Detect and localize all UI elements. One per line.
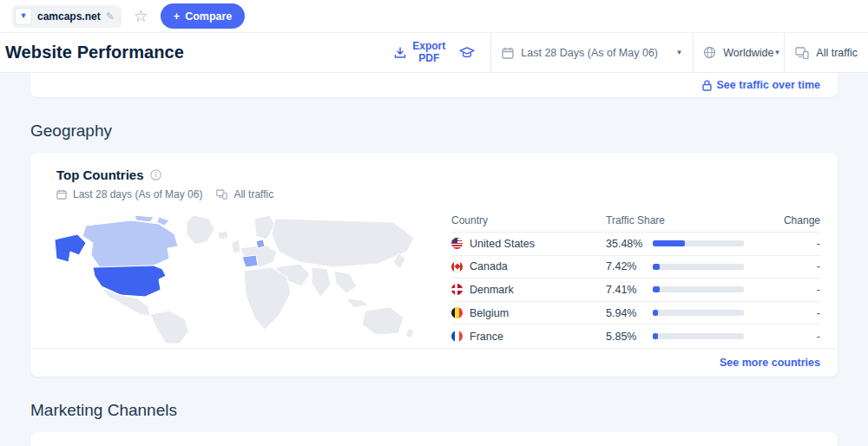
map-greenland [187,215,214,245]
table-row[interactable]: Belgium5.94%- [451,302,820,325]
map-france-belgium [242,255,258,267]
export-pdf-button[interactable]: Export PDF [394,41,445,65]
see-more-countries-link[interactable]: See more countries [720,357,820,369]
change-cell: - [768,331,820,343]
date-range-selector[interactable]: Last 28 Days (As of May 06) ▼ [491,33,693,72]
date-range-value: Last 28 Days (As of May 06) [521,47,658,59]
map-asia [272,219,414,267]
topbar: ▼ camcaps.net ✎ ☆ + Compare [0,0,868,33]
region-selector[interactable]: Worldwide ▼ [694,33,784,72]
country-name: United States [470,238,535,250]
country-cell: Denmark [451,284,606,296]
country-cell: United States [451,238,606,250]
domain-pill[interactable]: ▼ camcaps.net ✎ [12,5,122,28]
column-header-change: Change [768,214,820,226]
map-usa [93,266,166,297]
world-map[interactable] [30,208,451,348]
traffic-share-cell: 35.48% [606,238,768,250]
map-australia [362,307,404,335]
country-cell: Belgium [451,307,606,319]
traffic-teaser-card: See traffic over time [30,73,838,97]
site-favicon-icon: ▼ [15,8,32,25]
top-countries-title: Top Countries [56,167,144,182]
country-cell: Canada [451,260,606,272]
country-name: France [470,331,503,343]
top-countries-card: Top Countries Last 28 days (As of May 06… [30,153,838,377]
map-se-asia [334,271,357,293]
countries-table-body: United States35.48%-Canada7.42%-Denmark7… [451,233,820,348]
flag-fr-icon [451,331,463,342]
countries-table: Country Traffic Share Change United Stat… [451,208,820,348]
top-countries-card-header: Top Countries Last 28 days (As of May 06… [30,153,838,208]
share-bar-fill [653,240,685,246]
column-header-country: Country [451,214,606,226]
countries-table-header: Country Traffic Share Change [451,208,820,233]
map-denmark [256,239,265,248]
header-controls: Export PDF Last 28 Days (As of May 06) ▼ [394,33,868,72]
traffic-share-cell: 5.94% [606,307,768,319]
table-row[interactable]: Denmark7.41%- [451,279,820,302]
page-header: Website Performance Export PDF Last 28 D… [0,33,868,73]
map-alaska [55,234,86,262]
export-label-line1: Export [412,40,445,52]
chevron-down-icon: ▼ [773,49,780,56]
geography-section-title: Geography [30,121,868,141]
traffic-share-cell: 5.85% [606,331,768,343]
card-traffic-label: All traffic [233,188,273,200]
edit-pencil-icon[interactable]: ✎ [106,10,115,23]
traffic-type-value: All traffic [816,47,858,59]
traffic-share-cell: 7.42% [606,260,768,272]
learn-graduation-cap-icon[interactable] [459,47,475,59]
marketing-channels-section-title: Marketing Channels [30,401,868,420]
region-value: Worldwide [723,47,773,59]
share-value: 5.85% [606,331,646,343]
share-bar-fill [653,264,660,270]
page-title: Website Performance [5,43,184,62]
plus-icon: + [174,10,180,23]
table-row[interactable]: United States35.48%- [451,233,820,256]
country-cell: France [451,331,606,343]
share-bar-fill [653,310,658,316]
map-uk [232,239,240,253]
flag-ca-icon [451,261,463,272]
map-iceland [218,231,228,239]
map-canada [82,220,178,267]
share-value: 7.42% [606,260,646,272]
channels-overview-card: Channels overview [30,432,838,446]
flag-dk-icon [451,284,463,295]
devices-icon [216,189,227,200]
traffic-share-cell: 7.41% [606,284,768,296]
top-countries-footer: See more countries [30,348,838,377]
share-bar-track [653,240,744,246]
share-bar-track [653,310,744,316]
chevron-down-icon: ▼ [675,49,682,56]
calendar-icon [56,189,67,200]
column-header-traffic-share: Traffic Share [606,214,768,226]
map-new-zealand [405,328,414,338]
compare-button[interactable]: + Compare [161,3,246,29]
see-more-countries-label: See more countries [720,357,820,369]
share-value: 5.94% [606,307,646,319]
favorite-star-icon[interactable]: ☆ [132,8,150,24]
change-cell: - [768,307,820,319]
country-name: Belgium [470,307,509,319]
info-icon[interactable] [150,169,161,180]
map-south-america [150,311,188,344]
compare-button-label: Compare [185,10,232,23]
country-name: Denmark [470,284,514,296]
see-traffic-over-time-link[interactable]: See traffic over time [702,79,821,91]
flag-us-icon [451,238,463,249]
change-cell: - [768,238,820,250]
map-indonesia [346,298,369,307]
flag-be-icon [451,307,463,318]
share-bar-track [653,286,744,292]
table-row[interactable]: France5.85%- [451,325,820,348]
top-countries-body: Country Traffic Share Change United Stat… [30,208,838,348]
traffic-type-selector[interactable]: All traffic [785,33,868,72]
share-bar-track [653,333,744,339]
card-date-label: Last 28 days (As of May 06) [73,188,202,200]
calendar-icon [502,47,514,59]
table-row[interactable]: Canada7.42%- [451,256,820,279]
download-icon [394,47,406,59]
share-value: 7.41% [606,284,646,296]
